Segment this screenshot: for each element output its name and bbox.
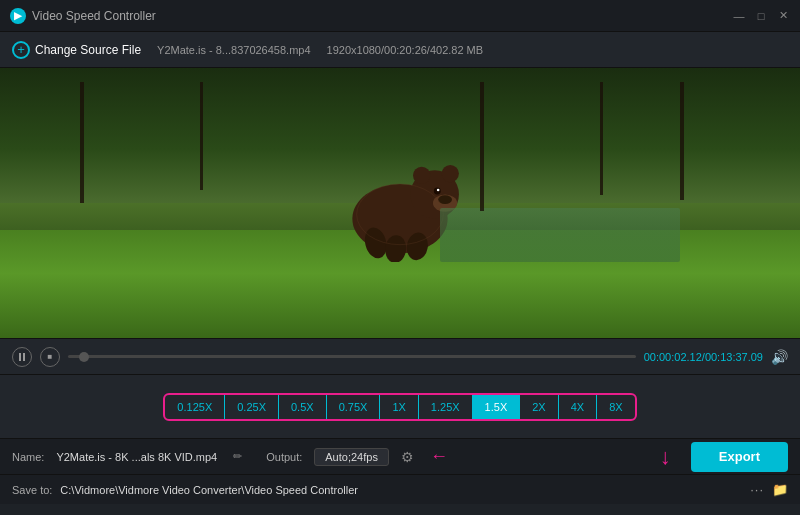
tree-trunk-5	[680, 82, 684, 201]
name-label: Name:	[12, 451, 44, 463]
name-value: Y2Mate.is - 8K ...als 8K VID.mp4	[56, 451, 217, 463]
pause-bar-1	[19, 353, 21, 361]
speed-btn-125[interactable]: 1.25X	[419, 395, 473, 419]
output-label: Output:	[266, 451, 302, 463]
speed-btn-05[interactable]: 0.5X	[279, 395, 327, 419]
stop-button[interactable]: ■	[40, 347, 60, 367]
edit-icon[interactable]: ✏	[233, 450, 242, 463]
volume-icon[interactable]: 🔊	[771, 349, 788, 365]
water-area	[440, 208, 680, 262]
time-total: 00:13:37.09	[705, 351, 763, 363]
file-details: 1920x1080/00:20:26/402.82 MB	[327, 44, 484, 56]
file-name: Y2Mate.is - 8...837026458.mp4	[157, 44, 310, 56]
video-thumbnail	[0, 68, 800, 338]
tree-trunk-2	[200, 82, 203, 190]
time-current: 00:00:02.12	[644, 351, 702, 363]
app-icon: ▶	[10, 8, 26, 24]
app-title: Video Speed Controller	[32, 9, 156, 23]
svg-point-7	[437, 189, 440, 192]
speed-btn-075[interactable]: 0.75X	[327, 395, 381, 419]
output-value: Auto;24fps	[314, 448, 389, 466]
speed-btn-15[interactable]: 1.5X	[473, 395, 521, 419]
close-button[interactable]: ✕	[776, 9, 790, 23]
pause-button[interactable]	[12, 347, 32, 367]
speed-btn-0125[interactable]: 0.125X	[165, 395, 225, 419]
progress-bar[interactable]	[68, 355, 636, 358]
tree-trunk-3	[480, 82, 484, 212]
speed-btn-025[interactable]: 0.25X	[225, 395, 279, 419]
speed-btn-8[interactable]: 8X	[597, 395, 634, 419]
speed-btn-2[interactable]: 2X	[520, 395, 558, 419]
title-bar: ▶ Video Speed Controller — □ ✕	[0, 0, 800, 32]
video-preview	[0, 68, 800, 338]
speed-buttons-group: 0.125X 0.25X 0.5X 0.75X 1X 1.25X 1.5X 2X…	[163, 393, 636, 421]
timeline-row: ■ 00:00:02.12/00:13:37.09 🔊	[0, 338, 800, 374]
svg-point-3	[442, 165, 459, 182]
tree-trunk-1	[80, 82, 84, 204]
speed-btn-4[interactable]: 4X	[559, 395, 597, 419]
pause-bar-2	[23, 353, 25, 361]
gear-icon[interactable]: ⚙	[401, 449, 414, 465]
speed-controls: 0.125X 0.25X 0.5X 0.75X 1X 1.25X 1.5X 2X…	[0, 374, 800, 438]
speed-btn-1[interactable]: 1X	[380, 395, 418, 419]
arrow-annotation: ↓	[660, 446, 671, 468]
toolbar: + Change Source File Y2Mate.is - 8...837…	[0, 32, 800, 68]
saveto-path: C:\Vidmore\Vidmore Video Converter\Video…	[60, 484, 358, 496]
minimize-button[interactable]: —	[732, 9, 746, 23]
time-display: 00:00:02.12/00:13:37.09	[644, 351, 763, 363]
name-row: Name: Y2Mate.is - 8K ...als 8K VID.mp4 ✏…	[0, 438, 800, 474]
plus-circle-icon: +	[12, 41, 30, 59]
svg-point-2	[413, 167, 430, 184]
change-source-label: Change Source File	[35, 43, 141, 57]
progress-dot	[79, 352, 89, 362]
down-arrow-icon: ↓	[660, 446, 671, 468]
saveto-label: Save to:	[12, 484, 52, 496]
export-button[interactable]: Export	[691, 442, 788, 472]
arrow-right-icon: ←	[430, 446, 448, 467]
folder-icon[interactable]: 📁	[772, 482, 788, 497]
maximize-button[interactable]: □	[754, 9, 768, 23]
tree-trunk-4	[600, 82, 603, 195]
window-controls: — □ ✕	[732, 9, 790, 23]
change-source-button[interactable]: + Change Source File	[12, 41, 141, 59]
dots-button[interactable]: ···	[750, 482, 764, 497]
saveto-row: Save to: C:\Vidmore\Vidmore Video Conver…	[0, 474, 800, 504]
